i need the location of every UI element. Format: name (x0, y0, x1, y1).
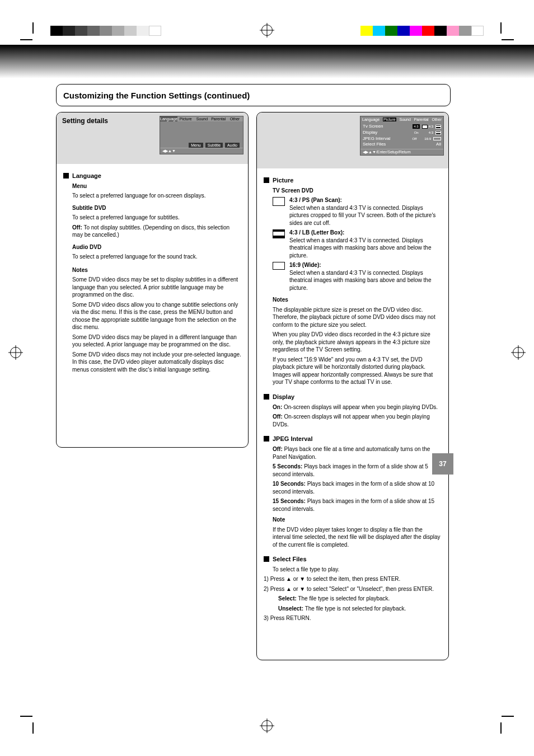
notes-title: Notes (273, 297, 288, 303)
sf-select-text: The file type is selected for playback. (298, 595, 390, 602)
section-picture: Picture (264, 176, 442, 185)
osd-tab: Picture (177, 116, 194, 121)
section-display: Display (264, 393, 442, 401)
osd-opt: 16:9 (424, 137, 431, 141)
opt-text: Select when a standard 4:3 TV is connect… (289, 237, 442, 260)
osd-opt: 4:3 (429, 124, 433, 129)
osd-tab: Sound (194, 116, 210, 121)
registration-mark (10, 347, 21, 358)
page-gradient (0, 45, 534, 78)
selectfiles-title: Select Files (273, 555, 307, 564)
osd-value: All (436, 142, 441, 148)
item-title: Subtitle DVD (72, 205, 106, 211)
opt-code: 4:3 / PS (289, 197, 310, 203)
display-title: Display (273, 393, 294, 401)
note-text: When you play DVD video discs recorded i… (273, 331, 442, 354)
square-bullet-icon (264, 556, 269, 562)
square-bullet-icon (264, 177, 269, 183)
osd-tab: Language (362, 118, 380, 121)
item-text: To select a preferred language for the s… (72, 253, 241, 261)
page-number-tab: 37 (432, 453, 453, 475)
item-text: To select a preferred language for subti… (72, 214, 241, 222)
note-text: Some DVD video discs allow you to change… (72, 301, 241, 331)
opt-text: Select when a standard 4:3 TV is connect… (289, 204, 442, 227)
sf-select: Select: (278, 595, 297, 602)
section-label-text: Language (72, 172, 101, 180)
display-off-text: On-screen displays will not appear when … (273, 414, 430, 428)
section-selectfiles: Select Files (264, 555, 442, 564)
jpeg-title: JPEG Interval (273, 435, 313, 443)
osd-submenu: Audio (225, 143, 240, 148)
section-label-text: Picture (273, 176, 293, 185)
note-text: If you select "16:9 Wide" and you own a … (273, 356, 442, 386)
note-text: Some DVD video discs may be set to displ… (72, 276, 241, 299)
tv-wide-icon (273, 262, 285, 270)
selectfiles-step2: 2) Press ▲ or ▼ to select "Select" or "U… (264, 585, 442, 593)
osd-footer: ◀▶▲▼ (160, 148, 243, 154)
tv-wide-icon (433, 137, 441, 140)
content-area: Customizing the Function Settings (conti… (56, 84, 451, 660)
tv-lb-icon (435, 131, 441, 135)
opt-code: 16:9 (289, 262, 301, 268)
opt-name: (Pan Scan): (311, 197, 342, 203)
crop-mark (20, 716, 32, 717)
osd-tab: Language (160, 116, 177, 121)
crop-mark (32, 22, 34, 34)
left-heading: Setting details (62, 117, 154, 125)
osd-label: JPEG Interval (363, 136, 390, 142)
crop-mark (32, 722, 34, 734)
osd-tab: Sound (400, 118, 411, 121)
jpeg-off-text: Plays back one file at a time and automa… (273, 446, 430, 460)
page-number: 37 (439, 460, 446, 468)
registration-mark (513, 347, 524, 358)
note-text: The displayable picture size is preset o… (273, 306, 442, 329)
crop-mark (502, 716, 514, 717)
osd-tab: Parental (414, 118, 429, 121)
item-off-label: Off: (72, 224, 82, 231)
section-language: Language (63, 172, 241, 180)
right-column: Language Picture Sound Parental Other Tv… (256, 112, 449, 660)
opt-name: (Letter Box): (311, 229, 344, 236)
osd-tab: Picture (383, 118, 396, 121)
page-title: Customizing the Function Settings (conti… (56, 84, 451, 106)
osd-picture: Language Picture Sound Parental Other Tv… (360, 116, 444, 156)
left-head: Setting details Language Picture Sound P… (57, 112, 248, 164)
display-on: On: (273, 404, 282, 410)
page: Customizing the Function Settings (conti… (0, 0, 534, 756)
note-text: Some DVD video discs may not include you… (72, 351, 241, 374)
display-on-text: On-screen displays will appear when you … (284, 404, 438, 410)
note-text: Some DVD video discs may be played in a … (72, 334, 241, 349)
crop-mark (500, 22, 502, 34)
registration-mark (261, 720, 273, 731)
page-title-text: Customizing the Function Settings (conti… (63, 91, 250, 100)
jpeg-note-title: Note (273, 516, 285, 523)
square-bullet-icon (264, 436, 269, 442)
osd-value: On (414, 130, 419, 135)
item-off-text: To not display subtitles. (Depending on … (72, 224, 229, 238)
osd-value: Off (412, 137, 416, 141)
opt-text: Select when a standard 4:3 TV is connect… (289, 269, 442, 292)
item-title: Menu (72, 183, 87, 189)
osd-tab: Other (227, 116, 243, 121)
opt-code: 4:3 / LB (289, 229, 310, 236)
display-off: Off: (273, 414, 283, 420)
jpeg-note-text: If the DVD video player takes longer to … (273, 526, 442, 549)
tv-ps-icon (273, 197, 285, 206)
jpeg-15: 15 Seconds: (273, 498, 306, 504)
osd-tab: Other (432, 118, 442, 121)
tv-lb-icon (435, 125, 441, 129)
osd-label: Tv Screen (363, 124, 383, 130)
square-bullet-icon (63, 173, 69, 179)
jpeg-off: Off: (273, 446, 283, 452)
jpeg-5: 5 Seconds: (273, 463, 302, 469)
tvscreen-title: TV Screen DVD (273, 187, 313, 194)
item-text: To select a preferred language for on-sc… (72, 192, 241, 200)
item-title: Audio DVD (72, 244, 101, 250)
selectfiles-step1: 1) Press ▲ or ▼ to select the item, then… (264, 575, 442, 583)
square-bullet-icon (264, 394, 269, 400)
sf-unselect-text: The file type is not selected for playba… (305, 605, 406, 612)
osd-opt: 4:3 (413, 124, 419, 129)
registration-mark (261, 25, 273, 36)
grayscale-swatches (50, 26, 161, 36)
osd-tab: Parental (210, 116, 227, 121)
